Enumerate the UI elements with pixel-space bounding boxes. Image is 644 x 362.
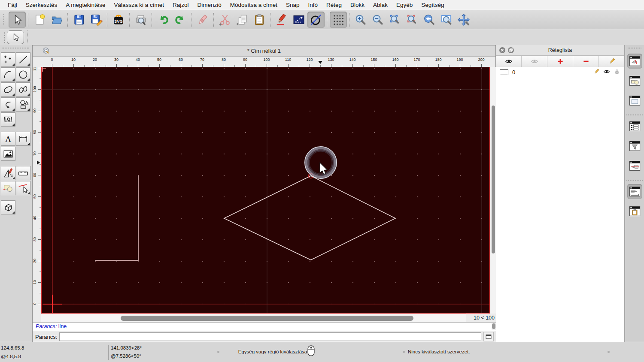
- coordinate-relative: @4.8,5.8: [1, 354, 21, 359]
- add-layer-button[interactable]: [547, 56, 573, 67]
- vertical-scrollbar-thumb[interactable]: [492, 106, 495, 253]
- layer-lock-button[interactable]: [610, 68, 620, 76]
- drawing-window-title: * Cím nélkül 1: [33, 45, 495, 57]
- status-bar: 124.8,65.8 @4.8,5.8 141.0839<28° @7.5286…: [0, 342, 644, 362]
- tool-3d-views-button[interactable]: [1, 200, 15, 214]
- drawing-window-titlebar[interactable]: * Cím nélkül 1: [33, 45, 495, 57]
- toggle-layer-list-button[interactable]: [627, 54, 642, 69]
- toggle-selection-filter-button[interactable]: [627, 139, 642, 154]
- tool-options-pointer-button[interactable]: [7, 30, 24, 44]
- command-history-scrollbar-thumb[interactable]: [492, 323, 495, 329]
- toggle-entity-list-button[interactable]: [627, 119, 642, 134]
- toggle-clipboard-button[interactable]: [627, 204, 642, 219]
- ruler-label: 10: [33, 278, 37, 286]
- tool-line-button[interactable]: [16, 52, 30, 66]
- snap-grid-button[interactable]: [330, 12, 347, 28]
- dock-drag-handle[interactable]: [628, 48, 641, 48]
- tool-polyline-button[interactable]: [1, 97, 15, 112]
- tool-measure-button[interactable]: [16, 166, 30, 180]
- save-drawing-button[interactable]: [70, 12, 88, 28]
- command-input[interactable]: [59, 332, 481, 341]
- paste-button[interactable]: [251, 12, 268, 28]
- submenu-indicator: [27, 192, 30, 194]
- command-detach-button[interactable]: [483, 332, 494, 341]
- diamond-entity[interactable]: [224, 176, 395, 260]
- zoom-auto-button[interactable]: [386, 12, 404, 28]
- new-drawing-button[interactable]: [31, 12, 48, 28]
- menu-8[interactable]: Snap: [282, 0, 304, 10]
- tool-hatch-button[interactable]: [1, 112, 15, 127]
- remove-layer-button[interactable]: [573, 56, 599, 67]
- delete-entities-button[interactable]: [194, 12, 211, 28]
- undo-button[interactable]: [155, 12, 172, 28]
- menu-7[interactable]: Módosítsa a címet: [226, 0, 282, 10]
- tool-polygon-button[interactable]: [16, 97, 30, 112]
- select-pointer-button[interactable]: [9, 12, 26, 28]
- edit-layer-button[interactable]: [599, 56, 624, 67]
- redo-button[interactable]: [172, 12, 189, 28]
- tool-image-button[interactable]: [1, 147, 15, 161]
- horizontal-scrollbar[interactable]: [41, 314, 466, 322]
- save-drawing-as-button[interactable]: [88, 12, 105, 28]
- tool-points-button[interactable]: [1, 52, 15, 66]
- tool-circle-button[interactable]: [16, 67, 30, 81]
- palette-drag-handle[interactable]: [2, 48, 29, 48]
- show-all-layers-button[interactable]: [496, 56, 522, 67]
- menu-9[interactable]: Infó: [304, 0, 322, 10]
- tool-select-button[interactable]: [16, 181, 30, 195]
- edit-polyline-button[interactable]: [290, 12, 307, 28]
- menu-1[interactable]: Fájl: [3, 0, 21, 10]
- menu-14[interactable]: Segítség: [417, 0, 448, 10]
- zoom-in-button[interactable]: [352, 12, 369, 28]
- tool-text-button[interactable]: A: [1, 132, 15, 146]
- ruler-tick: [481, 64, 482, 67]
- menu-6[interactable]: Dimenzió: [193, 0, 225, 10]
- menu-2[interactable]: Szerkesztés: [21, 0, 62, 10]
- open-drawing-button[interactable]: [48, 12, 65, 28]
- layer-edit-button[interactable]: [589, 68, 600, 76]
- command-history-scrollbar[interactable]: [492, 323, 496, 330]
- zoom-previous-button[interactable]: [421, 12, 438, 28]
- copy-button[interactable]: [234, 12, 251, 28]
- menu-10[interactable]: Réteg: [322, 0, 346, 10]
- tool-info-button[interactable]: [1, 181, 15, 195]
- tool-spline-button[interactable]: [16, 82, 30, 97]
- layer-color-swatch[interactable]: [500, 69, 508, 75]
- horizontal-scrollbar-thumb[interactable]: [121, 316, 413, 321]
- menu-5[interactable]: Rajzol: [168, 0, 193, 10]
- zoom-pan-button[interactable]: [455, 12, 472, 28]
- drawing-canvas[interactable]: [41, 67, 490, 314]
- menu-4[interactable]: Válassza ki a címet: [110, 0, 168, 10]
- tool-ellipse-button[interactable]: [1, 82, 15, 97]
- cut-button[interactable]: [216, 12, 234, 28]
- hide-all-layers-button[interactable]: [522, 56, 547, 67]
- layer-visibility-button[interactable]: [600, 68, 610, 76]
- toggle-block-list-button[interactable]: [627, 73, 642, 88]
- menu-13[interactable]: Egyéb: [392, 0, 417, 10]
- zoom-window-button[interactable]: [438, 12, 455, 28]
- corner-crosshair: [42, 67, 46, 72]
- toggle-library-browser-button[interactable]: [627, 93, 642, 108]
- tool-arc-button[interactable]: [1, 67, 15, 81]
- menu-3[interactable]: A megtekintése: [61, 0, 109, 10]
- svg-export-button[interactable]: SVG: [110, 12, 127, 28]
- restrict-nothing-button[interactable]: [307, 12, 325, 28]
- tool-dimension-button[interactable]: [16, 132, 30, 146]
- tool-modify-button[interactable]: [1, 166, 15, 180]
- ruler-label: 0: [33, 300, 37, 308]
- print-preview-button[interactable]: [132, 12, 149, 28]
- ruler-label: 130: [325, 57, 337, 62]
- toggle-command-line-button[interactable]: [627, 184, 642, 199]
- zoom-out-button[interactable]: [369, 12, 386, 28]
- toolbar-drag-handle[interactable]: [3, 14, 6, 25]
- zoom-selection-button[interactable]: [404, 12, 421, 28]
- vertical-scrollbar[interactable]: [490, 67, 496, 314]
- menu-12[interactable]: Ablak: [369, 0, 392, 10]
- menu-11[interactable]: Blokk: [346, 0, 369, 10]
- toolbar-separator: [107, 13, 108, 27]
- toggle-pen-settings-button[interactable]: [627, 158, 642, 173]
- layer-row[interactable]: 0: [496, 67, 624, 78]
- draw-entities-button[interactable]: [273, 12, 290, 28]
- layer-panel-toolbar: [496, 56, 624, 67]
- line-entity[interactable]: [95, 175, 138, 260]
